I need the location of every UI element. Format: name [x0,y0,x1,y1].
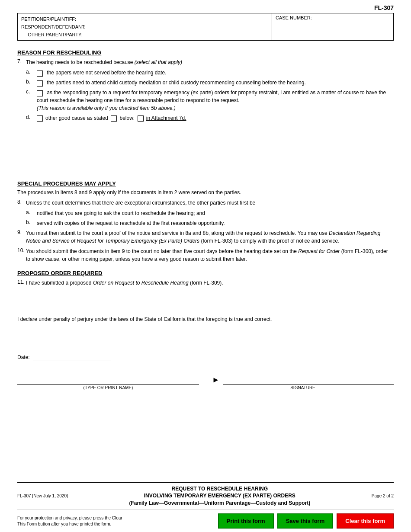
item-8b-text: served with copies of the request to res… [37,219,394,227]
header-box: PETITIONER/PLAINTIFF: RESPONDENT/DEFENDA… [17,13,394,41]
item-10-italic: Request for Order [298,248,340,254]
date-label: Date: [17,354,30,360]
other-parent-label: OTHER PARENT/PARTY: [28,32,83,37]
print-button[interactable]: Print this form [218,513,274,529]
footer-page: Page 2 of 2 [372,494,394,498]
privacy-text: For your protection and privacy, please … [17,515,130,527]
item-11-number: 11. [17,279,26,285]
item-7-italic: (select all that apply) [135,59,182,65]
signature-label: SIGNATURE [212,385,394,390]
respondent-row: RESPONDENT/DEFENDANT: [21,23,268,31]
reason-section-title: REASON FOR RESCHEDULING [17,49,394,56]
item-7a-label: a. [26,69,37,75]
clear-button[interactable]: Clear this form [337,513,394,529]
item-8-text: Unless the court determines that there a… [26,200,255,206]
item-10-text: You should submit the documents in item … [26,248,297,254]
item-7c-text: as the responding party to a request for… [37,90,386,103]
item-7a: a. the papers were not served before the… [26,69,394,77]
item-9-row: 9. You must then submit to the court a p… [17,229,394,245]
item-11-italic: Order on Request to Reschedule Hearing [93,280,189,286]
item-7c-content: as the responding party to a request for… [37,89,394,112]
item-8a: a. notified that you are going to ask th… [26,209,394,217]
item-7b: b. the parties need to attend child cust… [26,79,394,87]
item-7c-label: c. [26,89,37,95]
item-8b-label: b. [26,219,37,225]
sig-right: ► SIGNATURE [212,375,394,390]
checkbox-7b[interactable] [37,80,43,87]
date-row: Date: [17,353,394,360]
item-7b-text: the parties need to attend child custody… [47,80,305,86]
item-8a-text: notified that you are going to ask the c… [37,209,394,217]
item-10-number: 10. [17,247,26,253]
special-intro: The procedures in items 8 and 9 apply on… [17,189,394,195]
item-7a-content: the papers were not served before the he… [37,69,394,77]
footer-title-row: FL-307 [New July 1, 2020] REQUEST TO RES… [17,485,394,510]
print-name-line[interactable] [17,376,199,385]
item-7d-content: other good cause as stated below: in Att… [37,114,394,122]
item-9-content: You must then submit to the court a proo… [26,229,394,245]
item-11-row: 11. I have submitted a proposed Order on… [17,279,394,287]
item-7b-content: the parties need to attend child custody… [37,79,394,87]
item-7d-text-before: other good cause as stated [45,114,108,122]
declare-text: I declare under penalty of perjury under… [17,315,394,323]
item-8-row: 8. Unless the court determines that ther… [17,199,394,207]
item-11-content: I have submitted a proposed Order on Req… [26,279,394,287]
item-7b-label: b. [26,79,37,85]
signature-line[interactable] [223,376,394,385]
item-10-row: 10. You should submit the documents in i… [17,247,394,263]
respondent-label: RESPONDENT/DEFENDANT: [21,24,86,29]
item-7d: d. other good cause as stated below: in … [26,114,394,122]
item-10-content: You should submit the documents in item … [26,247,394,263]
form-number: FL-307 [374,4,394,11]
signature-area: (TYPE OR PRINT NAME) ► SIGNATURE [17,375,394,390]
item-7-row: 7. The hearing needs to be rescheduled b… [17,58,394,66]
date-input-line[interactable] [33,353,111,360]
header-left: PETITIONER/PLAINTIFF: RESPONDENT/DEFENDA… [18,13,272,40]
item-7c-italic: (This reason is available only if you ch… [37,105,176,111]
petitioner-label: PETITIONER/PLAINTIFF: [21,16,76,22]
item-9-number: 9. [17,229,26,235]
item-8b: b. served with copies of the request to … [26,219,394,227]
case-number-label: CASE NUMBER: [276,15,312,20]
item-7d-row: other good cause as stated below: in Att… [37,114,394,122]
checkbox-7d-3[interactable] [138,115,144,122]
footer-title-center: REQUEST TO RESCHEDULE HEARING INVOLVING … [68,485,372,507]
item-11-text2: (form FL-309). [190,280,223,286]
item-7a-text: the papers were not served before the he… [47,70,166,76]
checkbox-7a[interactable] [37,71,43,77]
action-buttons: Print this form Save this form Clear thi… [218,513,394,529]
item-7-text: The hearing needs to be rescheduled beca… [26,59,133,65]
footer-title-line1: REQUEST TO RESCHEDULE HEARING [77,485,363,493]
other-parent-row: OTHER PARENT/PARTY: [21,31,268,38]
item-7d-label: d. [26,114,37,120]
item-7d-attachment: in Attachment 7d. [146,114,186,122]
checkbox-7c[interactable] [37,90,43,96]
petitioner-row: PETITIONER/PLAINTIFF: [21,15,268,23]
form-number-top: FL-307 [17,4,394,11]
save-button[interactable]: Save this form [277,513,334,529]
arrow-icon: ► [212,375,220,385]
type-print-label: (TYPE OR PRINT NAME) [17,385,199,390]
item-7-content: The hearing needs to be rescheduled beca… [26,58,394,66]
footer-area: FL-307 [New July 1, 2020] REQUEST TO RES… [17,482,394,532]
proposed-section-title: PROPOSED ORDER REQUIRED [17,270,394,276]
item-8-number: 8. [17,199,26,205]
item-9-text2: (form FL-303) to comply with the proof o… [201,238,339,244]
page: FL-307 PETITIONER/PLAINTIFF: RESPONDENT/… [0,0,411,532]
item-9-text: You must then submit to the court a proo… [26,230,328,236]
special-section-title: SPECIAL PROCEDURES MAY APPLY [17,180,394,187]
item-7c: c. as the responding party to a request … [26,89,394,112]
item-11-text: I have submitted a proposed [26,280,91,286]
action-bar: For your protection and privacy, please … [17,510,394,532]
checkbox-7d-1[interactable] [37,115,43,122]
sig-right-inner: ► [212,375,394,385]
header-right: CASE NUMBER: [272,13,393,40]
item-8-content: Unless the court determines that there a… [26,199,394,207]
item-8a-label: a. [26,209,37,215]
checkbox-7d-2[interactable] [111,115,117,122]
sig-left: (TYPE OR PRINT NAME) [17,376,199,390]
footer-title-line3: (Family Law—Governmental—Uniform Parenta… [77,500,363,507]
footer-form-id: FL-307 [New July 1, 2020] [17,494,68,498]
item-7-number: 7. [17,58,26,64]
special-intro-text: The procedures in items 8 and 9 apply on… [17,189,241,195]
